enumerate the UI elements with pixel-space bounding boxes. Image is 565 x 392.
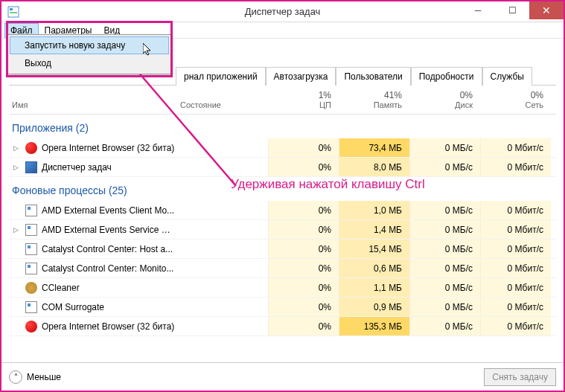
tab-startup[interactable]: Автозагрузка [266, 67, 336, 86]
menu-exit[interactable]: Выход [10, 54, 169, 72]
expand-icon[interactable]: ▷ [13, 226, 21, 234]
titlebar: Диспетчер задач ─ ☐ ✕ [1, 1, 564, 22]
col-header-cpu[interactable]: 1%ЦП [268, 90, 339, 109]
disk-cell: 0 МБ/с [409, 138, 480, 157]
col-header-network[interactable]: 0%Сеть [480, 90, 551, 109]
tab-services[interactable]: Службы [482, 67, 532, 86]
tab-users[interactable]: Пользователи [336, 67, 410, 86]
table-row[interactable]: ▷AMD External Events Service Mo... 0% 1,… [9, 220, 556, 240]
expand-icon[interactable]: ▷ [13, 144, 21, 152]
tab-details[interactable]: Подробности [411, 67, 482, 86]
grid-header: Имя Состояние 1%ЦП 41%Память 0%Диск 0%Се… [9, 86, 556, 115]
file-dropdown: Запустить новую задачу Выход [7, 34, 171, 74]
network-cell: 0 Мбит/с [480, 138, 551, 157]
process-name: Диспетчер задач [42, 162, 112, 173]
end-task-button[interactable]: Снять задачу [484, 368, 556, 386]
window-title: Диспетчер задач [245, 6, 321, 17]
close-button[interactable]: ✕ [529, 1, 564, 19]
minimize-button[interactable]: ─ [461, 1, 495, 19]
group-background[interactable]: Фоновые процессы (25) [9, 177, 556, 201]
svg-rect-1 [10, 8, 13, 10]
col-header-name[interactable]: Имя [9, 90, 180, 109]
footer: ˄ Меньше Снять задачу [1, 362, 564, 391]
table-row[interactable]: CCleaner 0% 1,1 МБ 0 МБ/с 0 Мбит/с [9, 278, 556, 298]
process-icon [25, 243, 37, 255]
maximize-button[interactable]: ☐ [495, 1, 529, 19]
memory-cell: 73,4 МБ [339, 138, 409, 157]
process-icon [25, 224, 37, 236]
table-row[interactable]: AMD External Events Client Mo... 0% 1,0 … [9, 201, 556, 220]
process-icon [25, 301, 37, 313]
table-row[interactable]: COM Surrogate 0% 0,9 МБ 0 МБ/с 0 Мбит/с [9, 298, 556, 317]
taskmgr-icon [25, 161, 37, 173]
opera-icon [25, 142, 37, 154]
table-row[interactable]: Opera Internet Browser (32 бита) 0% 135,… [9, 317, 556, 336]
process-name: Opera Internet Browser (32 бита) [42, 143, 174, 153]
expand-icon[interactable]: ▷ [13, 164, 21, 171]
table-row[interactable]: ▷Диспетчер задач 0% 8,0 МБ 0 МБ/с 0 Мбит… [9, 158, 556, 177]
col-header-memory[interactable]: 41%Память [339, 90, 409, 109]
menu-new-task[interactable]: Запустить новую задачу [10, 36, 169, 54]
fewer-details-button[interactable]: ˄ Меньше [9, 370, 61, 384]
ccleaner-icon [25, 282, 37, 294]
col-header-disk[interactable]: 0%Диск [409, 90, 480, 109]
col-header-state[interactable]: Состояние [180, 90, 268, 109]
tab-app-history[interactable]: рнал приложений [176, 67, 266, 86]
table-row[interactable]: ▷Opera Internet Browser (32 бита) 0% 73,… [9, 138, 556, 158]
svg-rect-2 [10, 12, 17, 13]
process-icon [25, 205, 37, 216]
app-icon [7, 6, 19, 18]
process-icon [25, 263, 37, 274]
table-row[interactable]: Catalyst Control Center: Monito... 0% 0,… [9, 259, 556, 278]
table-row[interactable]: Catalyst Control Center: Host a... 0% 15… [9, 240, 556, 259]
group-apps[interactable]: Приложения (2) [9, 115, 556, 138]
opera-icon [25, 321, 37, 332]
cpu-cell: 0% [268, 138, 339, 157]
chevron-up-icon: ˄ [9, 370, 22, 384]
